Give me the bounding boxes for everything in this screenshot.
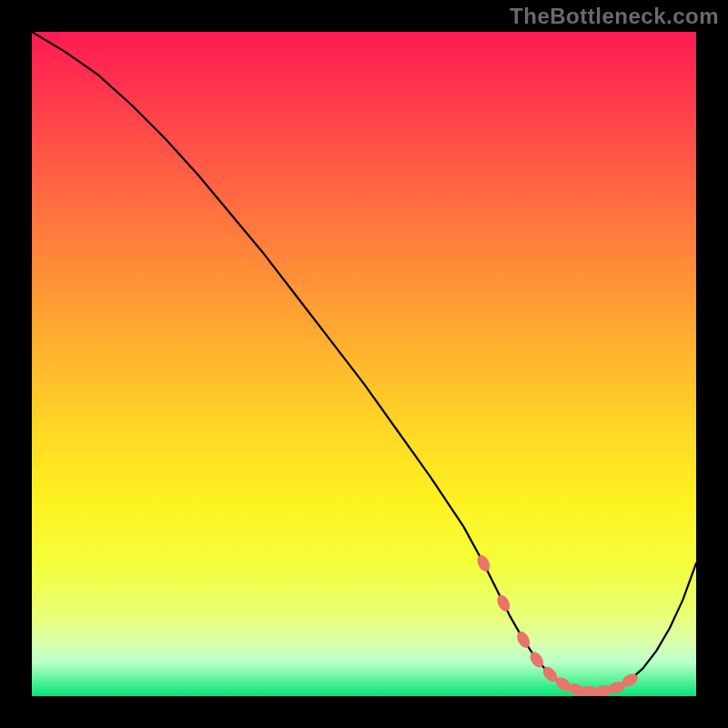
plot-area [32,32,696,696]
highlight-dot [475,553,491,572]
watermark-text: TheBottleneck.com [510,4,719,29]
highlight-dots [475,553,639,696]
chart-frame: TheBottleneck.com [0,0,728,728]
highlight-dot [515,630,531,649]
highlight-dot [495,593,511,612]
curve-svg [32,32,696,696]
bottleneck-curve [32,32,696,692]
